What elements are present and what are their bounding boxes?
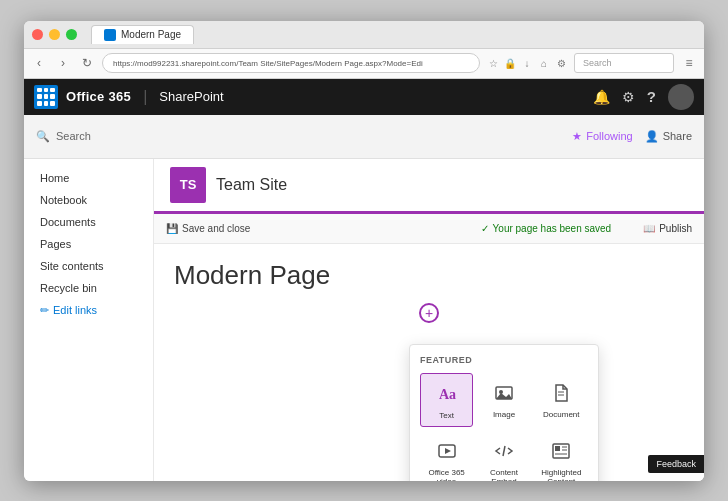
add-section-button[interactable]: + — [419, 303, 439, 323]
nav-edit-links[interactable]: ✏ Edit links — [24, 299, 153, 322]
search-icon: 🔍 — [36, 130, 50, 143]
wp-video-icon — [433, 437, 461, 465]
waffle-dot — [37, 101, 42, 106]
wp-item-embed[interactable]: Content Embed — [477, 431, 530, 481]
url-text: https://mod992231.sharepoint.com/Team Si… — [113, 59, 423, 68]
nav-item-notebook[interactable]: Notebook — [24, 189, 153, 211]
nav-item-pages[interactable]: Pages — [24, 233, 153, 255]
save-icon: 💾 — [166, 223, 178, 234]
wp-embed-icon — [490, 437, 518, 465]
page-content: Modern Page + Featured Aa — [154, 244, 704, 481]
team-site-header: TS Team Site — [154, 159, 704, 214]
waffle-dot — [44, 101, 49, 106]
lock-icon: 🔒 — [503, 56, 517, 70]
sp-chrome: Office 365 | SharePoint 🔔 ⚙ ? — [24, 79, 704, 115]
maximize-button[interactable] — [66, 29, 77, 40]
wp-grid: Aa Text — [420, 373, 588, 481]
wp-highlighted-icon — [547, 437, 575, 465]
waffle-dot — [50, 94, 55, 99]
team-site-logo: TS — [170, 167, 206, 203]
nav-item-home[interactable]: Home — [24, 167, 153, 189]
main-layout: Home Notebook Documents Pages Site conte… — [24, 159, 704, 481]
wp-item-image[interactable]: Image — [477, 373, 530, 427]
url-bar[interactable]: https://mod992231.sharepoint.com/Team Si… — [102, 53, 480, 73]
title-bar: Modern Page — [24, 21, 704, 49]
wp-item-highlighted[interactable]: Highlighted Content — [535, 431, 588, 481]
home-icon[interactable]: ⌂ — [537, 56, 551, 70]
svg-rect-9 — [555, 446, 560, 451]
share-icon: 👤 — [645, 130, 659, 143]
wp-image-icon — [490, 379, 518, 407]
browser-search-placeholder: Search — [583, 58, 612, 68]
add-section[interactable]: + — [174, 303, 684, 323]
menu-button[interactable]: ≡ — [680, 54, 698, 72]
nav-item-documents[interactable]: Documents — [24, 211, 153, 233]
browser-search-bar[interactable]: Search — [574, 53, 674, 73]
wp-text-label: Text — [439, 411, 454, 420]
address-bar: ‹ › ↻ https://mod992231.sharepoint.com/T… — [24, 49, 704, 79]
waffle-dot — [37, 94, 42, 99]
sharepoint-title: SharePoint — [159, 89, 223, 104]
settings-icon[interactable]: ⚙ — [554, 56, 568, 70]
edit-icon: ✏ — [40, 304, 49, 317]
webpart-picker[interactable]: Featured Aa Text — [409, 344, 599, 481]
following-button[interactable]: ★ Following — [572, 130, 632, 143]
help-icon[interactable]: ? — [647, 88, 656, 105]
sp-divider: | — [143, 88, 147, 106]
wp-video-label: Office 365 video — [424, 468, 469, 481]
search-label: Search — [56, 130, 91, 142]
wp-item-text[interactable]: Aa Text — [420, 373, 473, 427]
svg-marker-6 — [445, 448, 451, 454]
office365-title: Office 365 — [66, 89, 131, 104]
save-close-button[interactable]: 💾 Save and close — [166, 223, 250, 234]
saved-message: ✓ Your page has been saved — [481, 223, 612, 234]
tab-favicon — [104, 29, 116, 41]
browser-tab[interactable]: Modern Page — [91, 25, 194, 44]
edit-links-label: Edit links — [53, 304, 97, 316]
wp-text-icon: Aa — [433, 380, 461, 408]
gear-icon[interactable]: ⚙ — [622, 89, 635, 105]
back-button[interactable]: ‹ — [30, 54, 48, 72]
publish-label: Publish — [659, 223, 692, 234]
team-site-name: Team Site — [216, 176, 287, 194]
content-area: TS Team Site 💾 Save and close ✓ Your pag… — [154, 159, 704, 481]
waffle-dot — [37, 88, 42, 93]
address-icons: ☆ 🔒 ↓ ⌂ ⚙ — [486, 56, 568, 70]
svg-text:Aa: Aa — [439, 387, 456, 402]
wp-document-label: Document — [543, 410, 579, 419]
waffle-dot — [50, 101, 55, 106]
wp-item-document[interactable]: Document — [535, 373, 588, 427]
feedback-button[interactable]: Feedback — [648, 455, 704, 473]
sp-right-icons: 🔔 ⚙ ? — [593, 84, 694, 110]
saved-text: Your page has been saved — [493, 223, 612, 234]
edit-toolbar: 💾 Save and close ✓ Your page has been sa… — [154, 214, 704, 244]
forward-button[interactable]: › — [54, 54, 72, 72]
refresh-button[interactable]: ↻ — [78, 54, 96, 72]
user-avatar[interactable] — [668, 84, 694, 110]
left-nav: Home Notebook Documents Pages Site conte… — [24, 159, 154, 481]
nav-item-recycle-bin[interactable]: Recycle bin — [24, 277, 153, 299]
waffle-icon[interactable] — [34, 85, 58, 109]
publish-button[interactable]: 📖 Publish — [643, 223, 692, 234]
waffle-dot — [44, 88, 49, 93]
nav-item-site-contents[interactable]: Site contents — [24, 255, 153, 277]
close-button[interactable] — [32, 29, 43, 40]
site-header: 🔍 Search ★ Following 👤 Share — [24, 115, 704, 159]
page-title: Modern Page — [174, 260, 684, 291]
star-following-icon: ★ — [572, 130, 582, 143]
wp-item-video[interactable]: Office 365 video — [420, 431, 473, 481]
wp-embed-label: Content Embed — [481, 468, 526, 481]
wp-document-icon — [547, 379, 575, 407]
wp-section-title: Featured — [420, 355, 588, 365]
browser-window: Modern Page ‹ › ↻ https://mod992231.shar… — [24, 21, 704, 481]
svg-line-7 — [503, 446, 505, 456]
download-icon[interactable]: ↓ — [520, 56, 534, 70]
check-icon: ✓ — [481, 223, 489, 234]
minimize-button[interactable] — [49, 29, 60, 40]
site-search[interactable]: 🔍 Search — [36, 130, 91, 143]
notification-icon[interactable]: 🔔 — [593, 89, 610, 105]
share-label: Share — [663, 130, 692, 142]
tab-title: Modern Page — [121, 29, 181, 40]
star-icon[interactable]: ☆ — [486, 56, 500, 70]
share-button[interactable]: 👤 Share — [645, 130, 692, 143]
